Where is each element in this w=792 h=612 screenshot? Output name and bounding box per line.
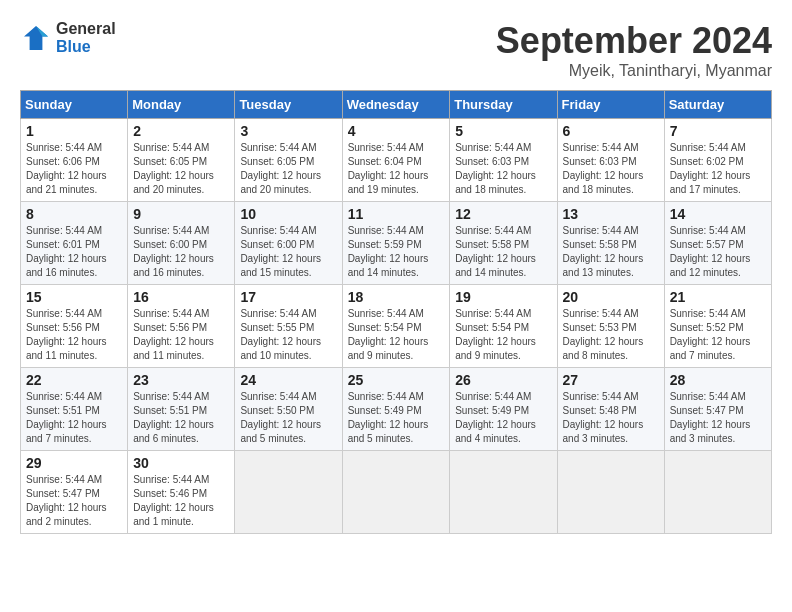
day-number: 4 bbox=[348, 123, 445, 139]
calendar-cell: 21Sunrise: 5:44 AM Sunset: 5:52 PM Dayli… bbox=[664, 285, 771, 368]
day-info: Sunrise: 5:44 AM Sunset: 6:03 PM Dayligh… bbox=[563, 141, 659, 197]
calendar-cell: 1Sunrise: 5:44 AM Sunset: 6:06 PM Daylig… bbox=[21, 119, 128, 202]
calendar-cell: 16Sunrise: 5:44 AM Sunset: 5:56 PM Dayli… bbox=[128, 285, 235, 368]
calendar-cell: 15Sunrise: 5:44 AM Sunset: 5:56 PM Dayli… bbox=[21, 285, 128, 368]
calendar-cell: 18Sunrise: 5:44 AM Sunset: 5:54 PM Dayli… bbox=[342, 285, 450, 368]
page-header: General Blue September 2024 Myeik, Tanin… bbox=[20, 20, 772, 80]
column-header-sunday: Sunday bbox=[21, 91, 128, 119]
column-header-wednesday: Wednesday bbox=[342, 91, 450, 119]
day-info: Sunrise: 5:44 AM Sunset: 6:00 PM Dayligh… bbox=[240, 224, 336, 280]
title-area: September 2024 Myeik, Tanintharyi, Myanm… bbox=[496, 20, 772, 80]
day-number: 3 bbox=[240, 123, 336, 139]
calendar-cell bbox=[235, 451, 342, 534]
day-number: 14 bbox=[670, 206, 766, 222]
calendar-cell: 20Sunrise: 5:44 AM Sunset: 5:53 PM Dayli… bbox=[557, 285, 664, 368]
day-number: 26 bbox=[455, 372, 551, 388]
logo-icon bbox=[20, 22, 52, 54]
calendar-cell bbox=[342, 451, 450, 534]
calendar-cell: 3Sunrise: 5:44 AM Sunset: 6:05 PM Daylig… bbox=[235, 119, 342, 202]
day-number: 5 bbox=[455, 123, 551, 139]
day-number: 12 bbox=[455, 206, 551, 222]
day-number: 2 bbox=[133, 123, 229, 139]
day-number: 29 bbox=[26, 455, 122, 471]
calendar-cell: 5Sunrise: 5:44 AM Sunset: 6:03 PM Daylig… bbox=[450, 119, 557, 202]
day-info: Sunrise: 5:44 AM Sunset: 5:54 PM Dayligh… bbox=[455, 307, 551, 363]
location-subtitle: Myeik, Tanintharyi, Myanmar bbox=[496, 62, 772, 80]
day-number: 6 bbox=[563, 123, 659, 139]
calendar-week-row: 15Sunrise: 5:44 AM Sunset: 5:56 PM Dayli… bbox=[21, 285, 772, 368]
calendar-cell: 13Sunrise: 5:44 AM Sunset: 5:58 PM Dayli… bbox=[557, 202, 664, 285]
calendar-cell: 14Sunrise: 5:44 AM Sunset: 5:57 PM Dayli… bbox=[664, 202, 771, 285]
calendar-cell bbox=[450, 451, 557, 534]
calendar-cell: 10Sunrise: 5:44 AM Sunset: 6:00 PM Dayli… bbox=[235, 202, 342, 285]
calendar-cell: 9Sunrise: 5:44 AM Sunset: 6:00 PM Daylig… bbox=[128, 202, 235, 285]
day-info: Sunrise: 5:44 AM Sunset: 5:53 PM Dayligh… bbox=[563, 307, 659, 363]
day-number: 11 bbox=[348, 206, 445, 222]
day-number: 22 bbox=[26, 372, 122, 388]
column-header-thursday: Thursday bbox=[450, 91, 557, 119]
day-number: 24 bbox=[240, 372, 336, 388]
calendar-cell: 2Sunrise: 5:44 AM Sunset: 6:05 PM Daylig… bbox=[128, 119, 235, 202]
day-info: Sunrise: 5:44 AM Sunset: 5:57 PM Dayligh… bbox=[670, 224, 766, 280]
day-info: Sunrise: 5:44 AM Sunset: 5:58 PM Dayligh… bbox=[455, 224, 551, 280]
day-number: 18 bbox=[348, 289, 445, 305]
calendar-cell: 17Sunrise: 5:44 AM Sunset: 5:55 PM Dayli… bbox=[235, 285, 342, 368]
calendar-week-row: 1Sunrise: 5:44 AM Sunset: 6:06 PM Daylig… bbox=[21, 119, 772, 202]
day-number: 15 bbox=[26, 289, 122, 305]
day-number: 9 bbox=[133, 206, 229, 222]
day-number: 17 bbox=[240, 289, 336, 305]
calendar-cell: 7Sunrise: 5:44 AM Sunset: 6:02 PM Daylig… bbox=[664, 119, 771, 202]
calendar-cell: 22Sunrise: 5:44 AM Sunset: 5:51 PM Dayli… bbox=[21, 368, 128, 451]
day-number: 25 bbox=[348, 372, 445, 388]
calendar-cell: 11Sunrise: 5:44 AM Sunset: 5:59 PM Dayli… bbox=[342, 202, 450, 285]
day-number: 8 bbox=[26, 206, 122, 222]
logo-line1: General bbox=[56, 20, 116, 38]
day-info: Sunrise: 5:44 AM Sunset: 5:49 PM Dayligh… bbox=[348, 390, 445, 446]
calendar-table: SundayMondayTuesdayWednesdayThursdayFrid… bbox=[20, 90, 772, 534]
day-info: Sunrise: 5:44 AM Sunset: 5:47 PM Dayligh… bbox=[670, 390, 766, 446]
day-info: Sunrise: 5:44 AM Sunset: 6:06 PM Dayligh… bbox=[26, 141, 122, 197]
day-number: 16 bbox=[133, 289, 229, 305]
calendar-cell: 23Sunrise: 5:44 AM Sunset: 5:51 PM Dayli… bbox=[128, 368, 235, 451]
calendar-cell: 30Sunrise: 5:44 AM Sunset: 5:46 PM Dayli… bbox=[128, 451, 235, 534]
day-info: Sunrise: 5:44 AM Sunset: 5:54 PM Dayligh… bbox=[348, 307, 445, 363]
calendar-cell: 26Sunrise: 5:44 AM Sunset: 5:49 PM Dayli… bbox=[450, 368, 557, 451]
calendar-body: 1Sunrise: 5:44 AM Sunset: 6:06 PM Daylig… bbox=[21, 119, 772, 534]
day-info: Sunrise: 5:44 AM Sunset: 6:04 PM Dayligh… bbox=[348, 141, 445, 197]
day-number: 20 bbox=[563, 289, 659, 305]
day-info: Sunrise: 5:44 AM Sunset: 5:46 PM Dayligh… bbox=[133, 473, 229, 529]
logo: General Blue bbox=[20, 20, 116, 57]
day-info: Sunrise: 5:44 AM Sunset: 5:58 PM Dayligh… bbox=[563, 224, 659, 280]
calendar-cell: 4Sunrise: 5:44 AM Sunset: 6:04 PM Daylig… bbox=[342, 119, 450, 202]
day-number: 23 bbox=[133, 372, 229, 388]
calendar-cell bbox=[557, 451, 664, 534]
day-info: Sunrise: 5:44 AM Sunset: 6:05 PM Dayligh… bbox=[240, 141, 336, 197]
day-number: 1 bbox=[26, 123, 122, 139]
calendar-header-row: SundayMondayTuesdayWednesdayThursdayFrid… bbox=[21, 91, 772, 119]
day-info: Sunrise: 5:44 AM Sunset: 6:00 PM Dayligh… bbox=[133, 224, 229, 280]
column-header-saturday: Saturday bbox=[664, 91, 771, 119]
day-info: Sunrise: 5:44 AM Sunset: 6:05 PM Dayligh… bbox=[133, 141, 229, 197]
day-info: Sunrise: 5:44 AM Sunset: 5:56 PM Dayligh… bbox=[26, 307, 122, 363]
day-number: 28 bbox=[670, 372, 766, 388]
calendar-cell: 27Sunrise: 5:44 AM Sunset: 5:48 PM Dayli… bbox=[557, 368, 664, 451]
day-info: Sunrise: 5:44 AM Sunset: 5:47 PM Dayligh… bbox=[26, 473, 122, 529]
column-header-friday: Friday bbox=[557, 91, 664, 119]
day-info: Sunrise: 5:44 AM Sunset: 5:51 PM Dayligh… bbox=[26, 390, 122, 446]
calendar-cell: 8Sunrise: 5:44 AM Sunset: 6:01 PM Daylig… bbox=[21, 202, 128, 285]
day-info: Sunrise: 5:44 AM Sunset: 5:51 PM Dayligh… bbox=[133, 390, 229, 446]
calendar-cell: 6Sunrise: 5:44 AM Sunset: 6:03 PM Daylig… bbox=[557, 119, 664, 202]
month-title: September 2024 bbox=[496, 20, 772, 62]
day-number: 30 bbox=[133, 455, 229, 471]
svg-marker-0 bbox=[24, 26, 48, 50]
day-number: 19 bbox=[455, 289, 551, 305]
day-info: Sunrise: 5:44 AM Sunset: 6:02 PM Dayligh… bbox=[670, 141, 766, 197]
day-info: Sunrise: 5:44 AM Sunset: 6:03 PM Dayligh… bbox=[455, 141, 551, 197]
column-header-tuesday: Tuesday bbox=[235, 91, 342, 119]
calendar-cell: 28Sunrise: 5:44 AM Sunset: 5:47 PM Dayli… bbox=[664, 368, 771, 451]
day-info: Sunrise: 5:44 AM Sunset: 5:52 PM Dayligh… bbox=[670, 307, 766, 363]
column-header-monday: Monday bbox=[128, 91, 235, 119]
calendar-week-row: 8Sunrise: 5:44 AM Sunset: 6:01 PM Daylig… bbox=[21, 202, 772, 285]
day-number: 10 bbox=[240, 206, 336, 222]
day-info: Sunrise: 5:44 AM Sunset: 6:01 PM Dayligh… bbox=[26, 224, 122, 280]
